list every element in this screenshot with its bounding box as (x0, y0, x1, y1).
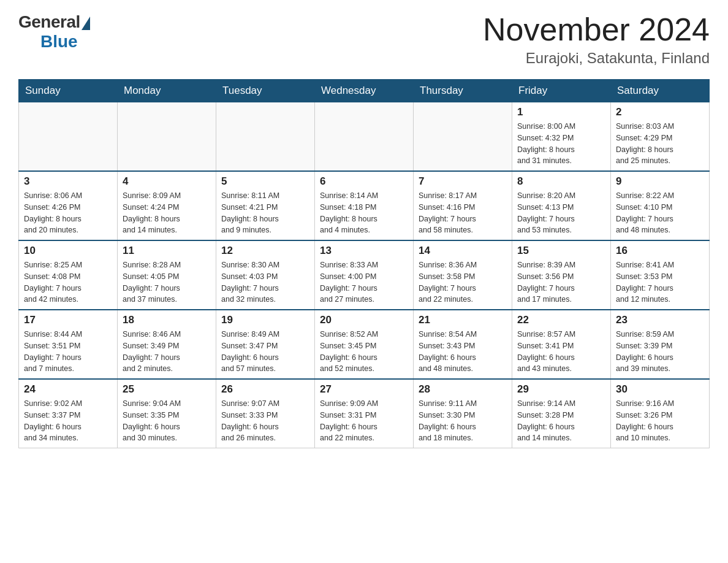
calendar-cell (216, 102, 315, 172)
calendar-week-row: 17Sunrise: 8:44 AM Sunset: 3:51 PM Dayli… (19, 310, 710, 379)
header-tuesday: Tuesday (216, 80, 315, 102)
day-number: 18 (123, 314, 211, 326)
day-number: 4 (123, 175, 211, 188)
day-number: 30 (616, 383, 704, 396)
day-info: Sunrise: 8:17 AM Sunset: 4:16 PM Dayligh… (419, 190, 507, 236)
calendar-cell (414, 102, 512, 172)
day-number: 6 (320, 175, 408, 188)
calendar-week-row: 24Sunrise: 9:02 AM Sunset: 3:37 PM Dayli… (19, 379, 710, 448)
logo-triangle-icon (82, 17, 90, 30)
location-title: Eurajoki, Satakunta, Finland (483, 50, 710, 67)
day-number: 11 (123, 245, 211, 257)
calendar-cell: 28Sunrise: 9:11 AM Sunset: 3:30 PM Dayli… (414, 379, 512, 448)
day-info: Sunrise: 8:52 AM Sunset: 3:45 PM Dayligh… (320, 329, 408, 375)
day-info: Sunrise: 8:00 AM Sunset: 4:32 PM Dayligh… (517, 121, 605, 167)
day-number: 16 (616, 245, 704, 257)
day-number: 10 (24, 245, 112, 257)
month-title: November 2024 (483, 12, 710, 47)
logo: General Blue (18, 12, 90, 52)
calendar-header-row: SundayMondayTuesdayWednesdayThursdayFrid… (19, 80, 710, 102)
calendar-table: SundayMondayTuesdayWednesdayThursdayFrid… (18, 79, 710, 448)
calendar-cell: 14Sunrise: 8:36 AM Sunset: 3:58 PM Dayli… (414, 240, 512, 310)
day-number: 27 (320, 383, 408, 396)
day-info: Sunrise: 9:09 AM Sunset: 3:31 PM Dayligh… (320, 398, 408, 444)
day-info: Sunrise: 8:39 AM Sunset: 3:56 PM Dayligh… (517, 259, 605, 305)
day-info: Sunrise: 8:20 AM Sunset: 4:13 PM Dayligh… (517, 190, 605, 236)
calendar-cell: 9Sunrise: 8:22 AM Sunset: 4:10 PM Daylig… (611, 171, 710, 240)
day-info: Sunrise: 9:11 AM Sunset: 3:30 PM Dayligh… (419, 398, 507, 444)
calendar-cell: 4Sunrise: 8:09 AM Sunset: 4:24 PM Daylig… (118, 171, 216, 240)
calendar-cell: 30Sunrise: 9:16 AM Sunset: 3:26 PM Dayli… (611, 379, 710, 448)
header: General Blue November 2024 Eurajoki, Sat… (18, 12, 710, 67)
day-number: 2 (616, 106, 704, 118)
logo-general-text: General (18, 12, 80, 32)
calendar-cell (118, 102, 216, 172)
day-info: Sunrise: 9:04 AM Sunset: 3:35 PM Dayligh… (123, 398, 211, 444)
calendar-cell: 6Sunrise: 8:14 AM Sunset: 4:18 PM Daylig… (315, 171, 414, 240)
calendar-cell: 12Sunrise: 8:30 AM Sunset: 4:03 PM Dayli… (216, 240, 315, 310)
calendar-cell: 25Sunrise: 9:04 AM Sunset: 3:35 PM Dayli… (118, 379, 216, 448)
day-info: Sunrise: 9:14 AM Sunset: 3:28 PM Dayligh… (517, 398, 605, 444)
logo-blue-text: Blue (40, 32, 78, 52)
header-monday: Monday (118, 80, 216, 102)
calendar-week-row: 3Sunrise: 8:06 AM Sunset: 4:26 PM Daylig… (19, 171, 710, 240)
day-info: Sunrise: 8:30 AM Sunset: 4:03 PM Dayligh… (221, 259, 309, 305)
day-number: 22 (517, 314, 605, 326)
calendar-cell: 29Sunrise: 9:14 AM Sunset: 3:28 PM Dayli… (512, 379, 611, 448)
calendar-cell: 18Sunrise: 8:46 AM Sunset: 3:49 PM Dayli… (118, 310, 216, 379)
calendar-cell: 17Sunrise: 8:44 AM Sunset: 3:51 PM Dayli… (19, 310, 118, 379)
day-number: 5 (221, 175, 309, 188)
calendar-cell: 26Sunrise: 9:07 AM Sunset: 3:33 PM Dayli… (216, 379, 315, 448)
header-thursday: Thursday (414, 80, 512, 102)
day-number: 1 (517, 106, 605, 118)
calendar-cell: 3Sunrise: 8:06 AM Sunset: 4:26 PM Daylig… (19, 171, 118, 240)
calendar-cell: 15Sunrise: 8:39 AM Sunset: 3:56 PM Dayli… (512, 240, 611, 310)
calendar-week-row: 1Sunrise: 8:00 AM Sunset: 4:32 PM Daylig… (19, 102, 710, 172)
calendar-cell: 20Sunrise: 8:52 AM Sunset: 3:45 PM Dayli… (315, 310, 414, 379)
day-info: Sunrise: 8:49 AM Sunset: 3:47 PM Dayligh… (221, 329, 309, 375)
day-number: 19 (221, 314, 309, 326)
day-number: 26 (221, 383, 309, 396)
calendar-cell: 10Sunrise: 8:25 AM Sunset: 4:08 PM Dayli… (19, 240, 118, 310)
header-sunday: Sunday (19, 80, 118, 102)
day-number: 14 (419, 245, 507, 257)
header-wednesday: Wednesday (315, 80, 414, 102)
calendar-cell: 7Sunrise: 8:17 AM Sunset: 4:16 PM Daylig… (414, 171, 512, 240)
day-number: 15 (517, 245, 605, 257)
day-info: Sunrise: 8:54 AM Sunset: 3:43 PM Dayligh… (419, 329, 507, 375)
calendar-week-row: 10Sunrise: 8:25 AM Sunset: 4:08 PM Dayli… (19, 240, 710, 310)
day-info: Sunrise: 8:25 AM Sunset: 4:08 PM Dayligh… (24, 259, 112, 305)
calendar-cell: 24Sunrise: 9:02 AM Sunset: 3:37 PM Dayli… (19, 379, 118, 448)
calendar-cell: 21Sunrise: 8:54 AM Sunset: 3:43 PM Dayli… (414, 310, 512, 379)
calendar-cell: 16Sunrise: 8:41 AM Sunset: 3:53 PM Dayli… (611, 240, 710, 310)
calendar-cell: 22Sunrise: 8:57 AM Sunset: 3:41 PM Dayli… (512, 310, 611, 379)
calendar-cell: 1Sunrise: 8:00 AM Sunset: 4:32 PM Daylig… (512, 102, 611, 172)
day-number: 9 (616, 175, 704, 188)
day-number: 12 (221, 245, 309, 257)
header-saturday: Saturday (611, 80, 710, 102)
calendar-cell (315, 102, 414, 172)
day-info: Sunrise: 8:59 AM Sunset: 3:39 PM Dayligh… (616, 329, 704, 375)
calendar-cell: 11Sunrise: 8:28 AM Sunset: 4:05 PM Dayli… (118, 240, 216, 310)
day-number: 20 (320, 314, 408, 326)
day-number: 25 (123, 383, 211, 396)
day-info: Sunrise: 8:33 AM Sunset: 4:00 PM Dayligh… (320, 259, 408, 305)
day-info: Sunrise: 8:57 AM Sunset: 3:41 PM Dayligh… (517, 329, 605, 375)
calendar-cell: 13Sunrise: 8:33 AM Sunset: 4:00 PM Dayli… (315, 240, 414, 310)
calendar-cell: 23Sunrise: 8:59 AM Sunset: 3:39 PM Dayli… (611, 310, 710, 379)
day-info: Sunrise: 8:28 AM Sunset: 4:05 PM Dayligh… (123, 259, 211, 305)
day-number: 3 (24, 175, 112, 188)
day-info: Sunrise: 8:11 AM Sunset: 4:21 PM Dayligh… (221, 190, 309, 236)
day-info: Sunrise: 8:41 AM Sunset: 3:53 PM Dayligh… (616, 259, 704, 305)
day-number: 21 (419, 314, 507, 326)
day-number: 24 (24, 383, 112, 396)
day-number: 23 (616, 314, 704, 326)
day-info: Sunrise: 9:16 AM Sunset: 3:26 PM Dayligh… (616, 398, 704, 444)
calendar-cell (19, 102, 118, 172)
day-info: Sunrise: 8:46 AM Sunset: 3:49 PM Dayligh… (123, 329, 211, 375)
day-info: Sunrise: 8:36 AM Sunset: 3:58 PM Dayligh… (419, 259, 507, 305)
day-info: Sunrise: 8:09 AM Sunset: 4:24 PM Dayligh… (123, 190, 211, 236)
day-info: Sunrise: 8:44 AM Sunset: 3:51 PM Dayligh… (24, 329, 112, 375)
calendar-cell: 5Sunrise: 8:11 AM Sunset: 4:21 PM Daylig… (216, 171, 315, 240)
calendar-cell: 19Sunrise: 8:49 AM Sunset: 3:47 PM Dayli… (216, 310, 315, 379)
